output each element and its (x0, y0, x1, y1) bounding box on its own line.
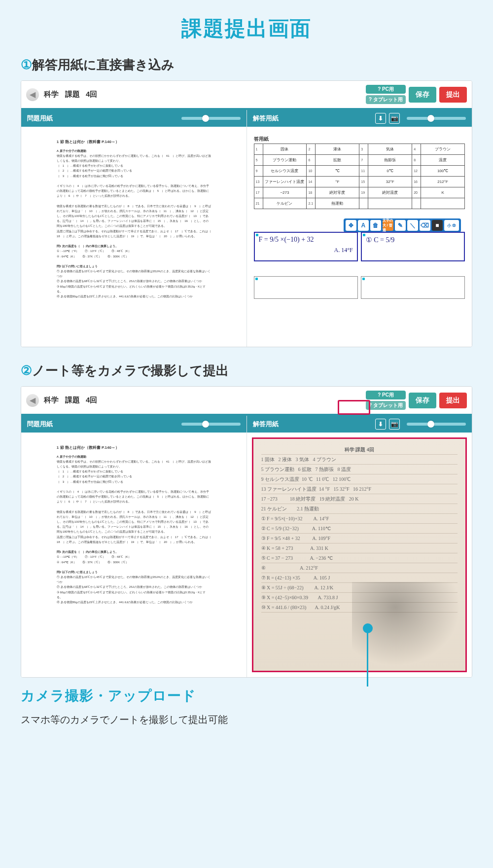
tablet-mode-button-2[interactable]: ? タブレット用 (366, 401, 406, 410)
answer-cell-number: 16 (412, 177, 421, 187)
answer-cell-value[interactable]: 32°F (368, 177, 412, 187)
answer-cell-value[interactable]: 熱膨張 (368, 155, 412, 166)
answer-cell-value[interactable]: 熱運動 (316, 198, 359, 209)
answer-cell-number: 5 (254, 155, 263, 166)
doc-q21: ① ある物体の温度を15℃から45℃まで変化させた。その物体の熱容量は35J/K… (57, 269, 211, 279)
doc2-q24: ④ ある物質80gの温度を23℃上昇させたとき、441.6Jの熱量が必要だった。… (57, 600, 211, 605)
answer-cell-value[interactable]: 温度 (421, 155, 465, 166)
answer-cell-value[interactable]: 212°F (421, 177, 465, 187)
answer-cell-value[interactable]: 絶対零度 (316, 187, 359, 198)
answer-cell-value[interactable]: ファーレンハイト温度 (263, 177, 307, 187)
answer-cell-value[interactable]: 絶対温度 (368, 187, 412, 198)
doc2-q23: ③ 60gの物質の温度を5℃から45℃まで変化させたい。どれくらいの熱量が必要か… (57, 590, 211, 600)
answer-cell-number: 1 (254, 144, 263, 155)
tool-small-label[interactable]: 小 ⦿ (444, 220, 459, 231)
doc-l3: （ 3 ）…構成する粒子が自由に飛び回っている (57, 174, 211, 179)
step2-heading: ②ノート等をカメラで撮影して提出 (21, 362, 472, 379)
blank-cell-2[interactable] (361, 276, 465, 299)
answer-cell-value[interactable]: ℃ (316, 166, 359, 177)
answer-cell-value[interactable]: 拡散 (316, 155, 359, 166)
zoom-slider-left[interactable] (181, 117, 241, 120)
notebook-line: ③ F = 9/5 ×48 + 32 A. 109°F (261, 534, 458, 543)
doc-p1: 物質を構成する粒子は、その状態にかかわらずわずかに運動している。これを（ 41 … (57, 153, 211, 163)
app-window-direct-write: ◀ 科学 課題 4回 ? PC用 ? タブレット用 保存 提出 問題用紙 1 節… (21, 80, 472, 347)
tool-size-button[interactable]: 文字の大 / 普通 (383, 220, 393, 231)
tablet-mode-button[interactable]: ? タブレット用 (366, 95, 406, 104)
doc2-p2top: イギリスの（ 4 ）は水に浮いている花粉の粒子がわずかに運動している様子から、熱… (57, 489, 211, 505)
notebook-line: ⑩ X = 441.6 / (80×23) A. 0.24 J/gK (261, 603, 458, 613)
tool-text-icon[interactable]: A (358, 220, 369, 231)
download-icon-2[interactable]: ⬇ (375, 419, 386, 430)
step1-text: 解答用紙に直接書き込み (32, 57, 175, 72)
doc-l2: （ 2 ）…構成する粒子が一定の範囲で動き回っている (57, 168, 211, 173)
answer-pane-title: 解答用紙 (253, 114, 279, 123)
submit-button[interactable]: 提出 (439, 87, 467, 103)
doc2-p3: 温度に理論上は下限は存在する。それは熱運動がすべて停止する温度であり、およそ（ … (57, 535, 211, 544)
tool-pen-icon[interactable]: ✎ (395, 220, 406, 231)
answer-caption: 答用紙 (254, 136, 465, 143)
pc-mode-button-2[interactable]: ? PC用 (366, 391, 406, 399)
camera-buttons-highlight (338, 400, 370, 415)
uploaded-photo[interactable]: 科学 課題 4回 1 固体 2 液体 3 気体 4 ブラウン5 ブラウン運動 6… (252, 437, 467, 672)
doc-p2top: イギリスの（ 4 ）は水に浮いている花粉の粒子がわずかに運動している様子から、熱… (57, 183, 211, 199)
answer-cell-value[interactable]: 固体 (263, 144, 307, 155)
tool-color-icon[interactable]: ■ (432, 220, 443, 231)
save-button[interactable]: 保存 (409, 87, 436, 103)
doc-q23: ③ 60gの物質の温度を5℃から45℃まで変化させたい。どれくらいの熱量が必要か… (57, 284, 211, 294)
hw1-answer: A. 14°F (259, 247, 353, 254)
download-icon[interactable]: ⬇ (375, 113, 386, 124)
notebook-line: ① F = 9/5×(−10)+32 A. 14°F (261, 514, 458, 524)
tool-trash-icon[interactable]: 🗑 (370, 220, 381, 231)
answer-cell-number: 7 (359, 155, 368, 166)
save-button-2[interactable]: 保存 (409, 393, 436, 408)
answer-cell-value[interactable]: °F (316, 177, 359, 187)
zoom-slider-right[interactable] (407, 117, 466, 120)
answer-cell-value[interactable]: 液体 (316, 144, 359, 155)
back-button-2[interactable]: ◀ (26, 394, 39, 407)
answer-cell-value[interactable]: K (421, 187, 465, 198)
answer-cell-number: 6 (307, 155, 316, 166)
camera-icon-2[interactable]: 📷 (389, 419, 400, 430)
zoom-slider-left-2[interactable] (181, 423, 241, 426)
answer-cell-value[interactable]: 気体 (368, 144, 412, 155)
tool-move-icon[interactable]: ✥ (346, 220, 356, 231)
back-button[interactable]: ◀ (26, 88, 39, 101)
answer-cell-number: 2 (307, 144, 316, 155)
tool-line-icon[interactable]: ＼ (407, 220, 418, 231)
doc2-p2: 物質を構成する熱運動の量を数値で表したものが（ 8 ）である。日本で主に使われて… (57, 509, 211, 535)
answer-table[interactable]: 1固体2液体3気体4ブラウン5ブラウン運動6拡散7熱膨張8温度9セルシウス温度1… (254, 144, 465, 209)
notebook-line: ⑧ X = 55J ÷ (68−22) A. 12 J/K (261, 583, 458, 593)
answer-cell-value[interactable]: セルシウス温度 (263, 166, 307, 177)
doc2-heading: 1 節 熱とは何か（教科書 P.140～） (57, 444, 211, 451)
handwriting-cell-2[interactable]: ① C = 5/9 (361, 232, 465, 261)
answer-cell-value[interactable]: ケルビン (263, 198, 307, 209)
submit-button-2[interactable]: 提出 (439, 393, 467, 408)
answer-cell-number: 12 (412, 166, 421, 177)
problem-document: 1 節 熱とは何か（教科書 P.140～） A 原子や分子の熱運動 物質を構成す… (57, 139, 211, 299)
notebook-line: 9 セルシウス温度 10 ℃ 11 0℃ 12 100℃ (261, 474, 458, 484)
note-title: 科学 課題 4回 (261, 445, 458, 455)
answer-cell-value[interactable]: ブラウン (421, 144, 465, 155)
doc2-sub: A 原子や分子の熱運動 (57, 454, 211, 459)
pc-mode-button[interactable]: ? PC用 (366, 85, 406, 94)
doc2-l2: （ 2 ）…構成する粒子が一定の範囲で動き回っている (57, 474, 211, 479)
tool-erase-icon[interactable]: ⌫ (420, 220, 430, 231)
doc-q2h: 問2 以下の問いに答えましょう (57, 264, 211, 269)
notebook-line: 21 ケルビン 2.1 熱運動 (261, 504, 458, 514)
answer-cell-value[interactable]: 0℃ (368, 166, 412, 177)
doc2-q12: ④ : 64℃（K） ⑤ : 37K（℃） ⑥ : 300K（℃） (57, 560, 211, 565)
answer-sheet[interactable]: 答用紙 1固体2液体3気体4ブラウン5ブラウン運動6拡散7熱膨張8温度9セルシウ… (254, 136, 465, 299)
answer-cell-value[interactable]: −273 (263, 187, 307, 198)
answer-cell-value[interactable] (421, 198, 465, 209)
notebook-line: 1 固体 2 液体 3 気体 4 ブラウン (261, 455, 458, 465)
answer-cell-number: 21 (254, 198, 263, 209)
answer-cell-value[interactable] (368, 198, 412, 209)
answer-cell-value[interactable]: 100℃ (421, 166, 465, 177)
blank-cell-1[interactable] (254, 276, 358, 299)
handwriting-cell-1[interactable]: F = 9/5 ×(−10) + 32 A. 14°F (254, 232, 358, 261)
step1-heading: ①解答用紙に直接書き込み (21, 56, 472, 73)
camera-icon[interactable]: 📷 (389, 113, 400, 124)
answer-pane: 解答用紙 ⬇ 📷 答用紙 1固体2液体3気体4ブラウン5ブラウン運動6拡散7熱膨… (247, 110, 472, 347)
answer-cell-value[interactable]: ブラウン運動 (263, 155, 307, 166)
zoom-slider-right-2[interactable] (407, 423, 466, 426)
